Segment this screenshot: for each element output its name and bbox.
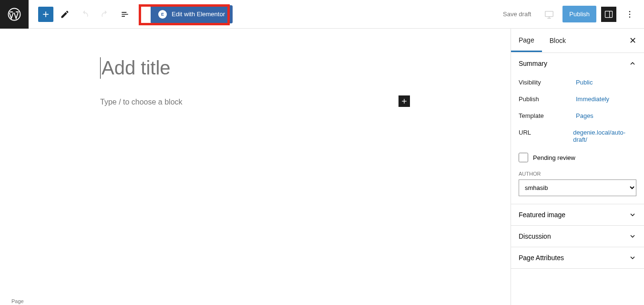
summary-body: Visibility Public Publish Immediately Te… [511,74,644,204]
publish-value[interactable]: Immediately [576,95,609,103]
close-sidebar-button[interactable]: ✕ [622,29,644,53]
settings-sidebar: Page Block ✕ Summary Visibility Public P… [511,29,644,305]
featured-image-title: Featured image [519,211,565,219]
publish-label: Publish [519,95,576,103]
pending-review-checkbox[interactable] [519,153,528,162]
elementor-label: Edit with Elementor [172,11,225,18]
redo-icon [100,10,110,19]
pencil-icon [60,10,70,19]
summary-header[interactable]: Summary [511,53,644,74]
discussion-panel: Discussion [511,226,644,247]
editor-area: Type / to choose a block [0,29,511,305]
block-prompt-area[interactable]: Type / to choose a block [100,98,410,106]
wordpress-icon [7,7,21,21]
plus-icon [41,10,51,19]
template-value[interactable]: Pages [576,112,593,119]
wordpress-logo[interactable] [0,0,29,29]
toolbar-right: Save draft Publish [498,6,644,23]
publish-button[interactable]: Publish [562,6,596,22]
tools-button[interactable] [56,6,73,23]
inline-add-button[interactable] [399,95,410,107]
summary-title: Summary [519,60,547,67]
page-attributes-panel: Page Attributes [511,247,644,269]
svg-point-4 [629,13,631,15]
svg-rect-2 [605,11,613,17]
svg-point-3 [629,11,631,12]
save-draft-button[interactable]: Save draft [498,7,536,21]
elementor-icon: E [158,10,167,19]
add-block-button[interactable] [38,7,53,22]
sidebar-toggle-button[interactable] [601,7,616,22]
footer-text: Page [11,298,24,304]
edit-elementor-button[interactable]: E Edit with Elementor [151,5,233,23]
plus-icon [400,97,408,105]
chevron-down-icon [629,254,636,262]
visibility-row: Visibility Public [519,74,636,91]
publish-row: Publish Immediately [519,91,636,107]
main-content: Type / to choose a block Page Block ✕ Su… [0,29,644,305]
author-select[interactable]: smhasib [519,179,636,196]
preview-button[interactable] [541,6,558,23]
undo-button[interactable] [76,6,93,23]
desktop-icon [544,9,554,20]
tab-page[interactable]: Page [511,30,542,52]
url-label: URL [519,129,573,143]
block-prompt-text: Type / to choose a block [100,98,183,106]
options-button[interactable] [621,6,638,23]
template-label: Template [519,112,576,119]
author-label: AUTHOR [519,167,636,179]
page-attributes-title: Page Attributes [519,254,564,262]
svg-point-5 [629,16,631,18]
document-overview-button[interactable] [116,6,133,23]
discussion-title: Discussion [519,232,551,240]
url-value[interactable]: degenie.local/auto-draft/ [573,129,636,143]
tab-block[interactable]: Block [542,30,573,51]
visibility-value[interactable]: Public [576,79,593,86]
chevron-down-icon [629,211,636,219]
svg-rect-1 [545,11,553,16]
undo-icon [80,10,90,19]
redo-button[interactable] [96,6,113,23]
featured-image-panel: Featured image [511,204,644,226]
url-row: URL degenie.local/auto-draft/ [519,124,636,148]
summary-panel: Summary Visibility Public Publish Immedi… [511,53,644,204]
visibility-label: Visibility [519,79,576,86]
panel-icon [604,10,613,19]
template-row: Template Pages [519,107,636,124]
sidebar-tabs: Page Block ✕ [511,29,644,53]
chevron-down-icon [629,232,636,240]
chevron-up-icon [629,60,636,67]
featured-image-header[interactable]: Featured image [511,204,644,225]
top-toolbar: E Edit with Elementor Save draft Publish [0,0,644,29]
pending-review-row: Pending review [519,148,636,167]
toolbar-left: E Edit with Elementor [29,5,233,23]
list-icon [120,10,130,19]
page-attributes-header[interactable]: Page Attributes [511,247,644,268]
title-input[interactable] [100,57,386,79]
pending-review-label: Pending review [533,154,575,161]
discussion-header[interactable]: Discussion [511,226,644,247]
dots-vertical-icon [625,10,634,19]
